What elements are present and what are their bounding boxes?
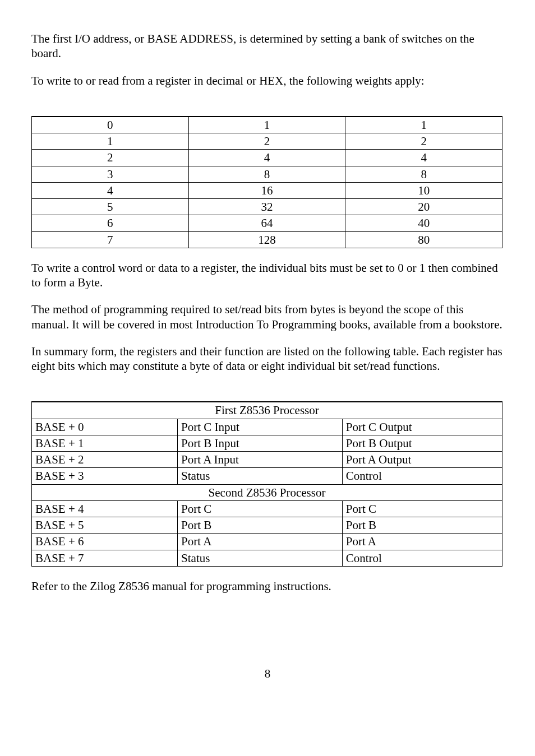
table-row: BASE + 7StatusControl [32,550,502,566]
table-cell: 40 [345,215,502,231]
table-row: BASE + 0Port C InputPort C Output [32,419,502,435]
table-cell: 8 [188,166,345,182]
paragraph-text: In summary form, the registers and their… [31,344,504,374]
table-cell: Port B [178,517,343,534]
table-header-row [32,100,502,117]
table-cell: 3 [32,166,189,182]
table-cell: BASE + 7 [32,550,178,566]
table-row: 388 [32,166,502,182]
table-cell: Status [178,468,343,484]
table-row: 66440 [32,215,502,231]
table-row: 712880 [32,231,502,248]
table-row: BASE + 3StatusControl [32,468,502,484]
page-number: 8 [31,666,504,681]
table-cell: 6 [32,215,189,231]
table-cell: BASE + 5 [32,517,178,534]
text: In summary form, the registers and their… [31,345,502,373]
table-cell: Port A Output [342,452,502,468]
table-cell: 7 [32,231,189,248]
table-cell: Port A [178,534,343,550]
paragraph-text: The method of programming required to se… [31,302,504,332]
table-cell: Port B Output [342,435,502,451]
table-cell: 8 [345,166,502,182]
table-cell: 1 [345,117,502,133]
table-section-cell: First Z8536 Processor [32,402,502,419]
table-cell: 4 [345,150,502,166]
table-cell: BASE + 6 [32,534,178,550]
table-header-cell [342,386,502,402]
table-row: 122 [32,133,502,150]
paragraph-text: To write to or read from a register in d… [31,73,504,88]
table-cell: 2 [188,133,345,150]
table-header-cell [32,100,189,117]
table-header-cell [32,386,178,402]
text: Refer to the Zilog Z8536 manual for prog… [31,579,331,593]
table-cell: 32 [188,199,345,215]
table-row: BASE + 4Port CPort C [32,500,502,517]
table-cell: 1 [188,117,345,133]
table-cell: BASE + 3 [32,468,178,484]
table-row: BASE + 2Port A InputPort A Output [32,452,502,468]
text: The first I/O address, or BASE ADDRESS, … [31,32,474,60]
table-cell: BASE + 0 [32,419,178,435]
table-row: 244 [32,150,502,166]
table-cell: Port C [342,500,502,517]
text: To write to or read from a register in d… [31,74,425,87]
table-cell: Port A [342,534,502,550]
table-cell: 128 [188,231,345,248]
table-cell: 2 [32,150,189,166]
weights-table: 011 122 244 388 41610 53220 66440 712880 [31,100,502,248]
table-cell: 4 [188,150,345,166]
table-cell: 1 [32,133,189,150]
table-row: 53220 [32,199,502,215]
table-cell: Port B Input [178,435,343,451]
table-header-cell [178,386,343,402]
table-cell: BASE + 4 [32,500,178,517]
table-cell: Port B [342,517,502,534]
registers-table: First Z8536 Processor BASE + 0Port C Inp… [31,386,502,567]
table-row: BASE + 1Port B InputPort B Output [32,435,502,451]
table-cell: 0 [32,117,189,133]
table-cell: Control [342,550,502,566]
table-section-row: Second Z8536 Processor [32,484,502,500]
table-cell: Port C [178,500,343,517]
text: To write a control word or data to a reg… [31,261,498,289]
table-cell: Port C Input [178,419,343,435]
table-row: 41610 [32,182,502,198]
table-row: 011 [32,117,502,133]
table-header-row [32,386,502,402]
table-cell: 64 [188,215,345,231]
table-cell: 20 [345,199,502,215]
page-number-text: 8 [265,667,271,680]
table-cell: 2 [345,133,502,150]
table-cell: 5 [32,199,189,215]
table-row: BASE + 5Port BPort B [32,517,502,534]
paragraph-text: The first I/O address, or BASE ADDRESS, … [31,31,504,61]
table-cell: BASE + 1 [32,435,178,451]
table-cell: 16 [188,182,345,198]
table-cell: BASE + 2 [32,452,178,468]
table-cell: 10 [345,182,502,198]
table-cell: 4 [32,182,189,198]
table-cell: Port C Output [342,419,502,435]
table-cell: Control [342,468,502,484]
table-cell: Port A Input [178,452,343,468]
paragraph-text: To write a control word or data to a reg… [31,261,504,290]
table-cell: 80 [345,231,502,248]
table-section-cell: Second Z8536 Processor [32,484,502,500]
text: The method of programming required to se… [31,303,502,331]
table-row: BASE + 6Port APort A [32,534,502,550]
paragraph-text: Refer to the Zilog Z8536 manual for prog… [31,579,504,593]
table-header-cell [188,100,345,117]
table-section-row: First Z8536 Processor [32,402,502,419]
table-cell: Status [178,550,343,566]
table-header-cell [345,100,502,117]
